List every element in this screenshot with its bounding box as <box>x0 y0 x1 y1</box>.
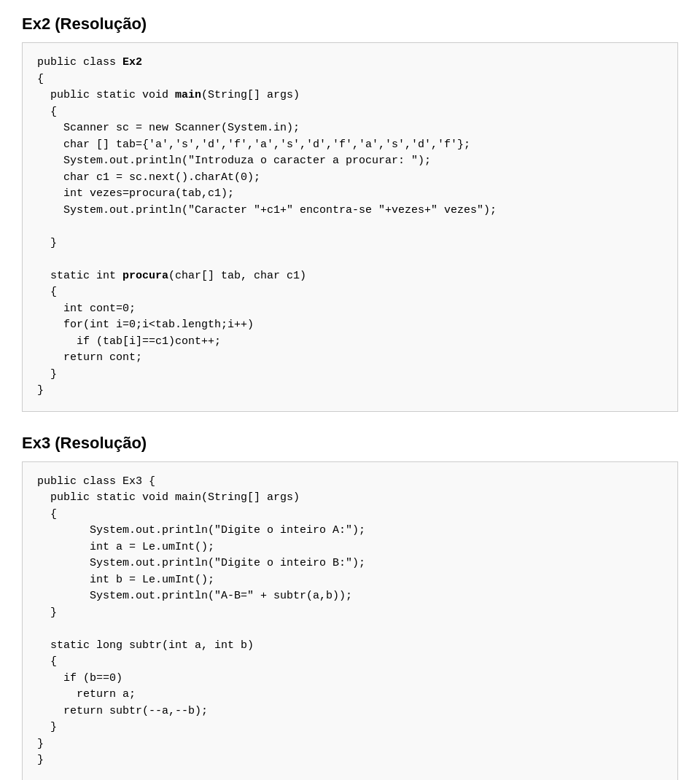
code-block-ex2: public class Ex2 { public static void ma… <box>22 42 678 412</box>
code-line: } <box>37 738 44 750</box>
section-ex2-title: Ex2 (Resolução) <box>22 15 678 34</box>
code-line: int vezes=procura(tab,c1); <box>37 187 234 200</box>
code-line: return cont; <box>37 351 142 364</box>
code-line: if (tab[i]==c1)cont++; <box>37 335 221 348</box>
code-line: char c1 = sc.next().charAt(0); <box>37 171 260 184</box>
code-line: if (b==0) <box>37 672 122 685</box>
code-line: { <box>37 655 57 668</box>
code-line: System.out.println("A-B=" + subtr(a,b)); <box>37 590 352 602</box>
code-line: char [] tab={'a','s','d','f','a','s','d'… <box>37 139 470 151</box>
section-ex3: Ex3 (Resolução) public class Ex3 { publi… <box>22 434 678 781</box>
code-line: static long subtr(int a, int b) <box>37 639 254 652</box>
code-line: { <box>37 73 44 85</box>
code-line: } <box>37 368 57 381</box>
code-line: Scanner sc = new Scanner(System.in); <box>37 122 300 134</box>
code-line: System.out.println("Caracter "+c1+" enco… <box>37 204 497 217</box>
code-line: int cont=0; <box>37 303 136 315</box>
code-line: } <box>37 721 57 733</box>
code-line: System.out.println("Introduza o caracter… <box>37 155 431 167</box>
code-line: } <box>37 754 44 766</box>
code-line: } <box>37 384 44 397</box>
code-line: } <box>37 237 57 249</box>
code-line: public class Ex2 <box>37 56 142 69</box>
code-line: } <box>37 607 57 619</box>
code-line: int b = Le.umInt(); <box>37 574 214 586</box>
section-ex3-title: Ex3 (Resolução) <box>22 434 678 453</box>
code-line: int a = Le.umInt(); <box>37 541 214 553</box>
code-line: static int procura(char[] tab, char c1) <box>37 270 306 282</box>
code-line: { <box>37 286 57 298</box>
code-line: System.out.println("Digite o inteiro B:"… <box>37 557 365 569</box>
code-line: for(int i=0;i<tab.length;i++) <box>37 319 254 331</box>
code-block-ex3: public class Ex3 { public static void ma… <box>22 461 678 781</box>
code-line: public static void main(String[] args) <box>37 491 300 504</box>
code-line: { <box>37 106 57 118</box>
code-line: return a; <box>37 688 136 701</box>
code-line: public class Ex3 { <box>37 475 155 488</box>
code-line: return subtr(--a,--b); <box>37 705 208 717</box>
section-ex2: Ex2 (Resolução) public class Ex2 { publi… <box>22 15 678 412</box>
code-line: public static void main(String[] args) <box>37 89 300 101</box>
code-line: { <box>37 508 57 520</box>
code-line: System.out.println("Digite o inteiro A:"… <box>37 524 365 537</box>
